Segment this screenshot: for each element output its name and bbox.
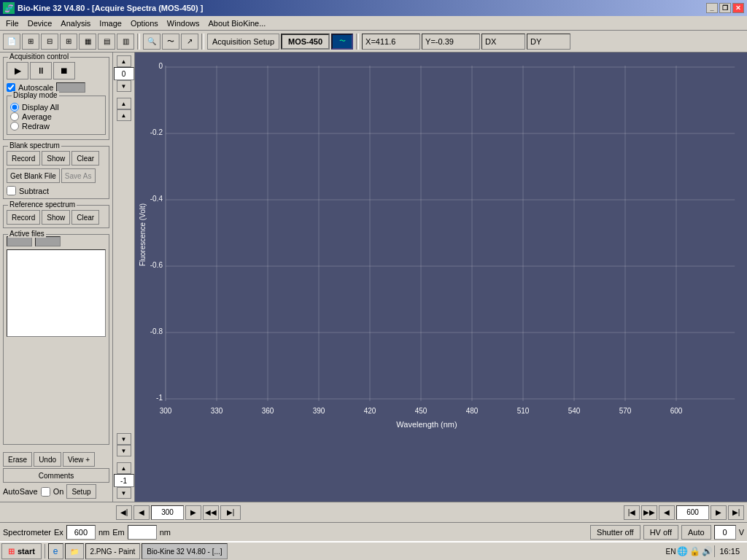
comments-button[interactable]: Comments bbox=[3, 468, 109, 483]
toolbar-zoom[interactable]: 🔍 bbox=[143, 34, 160, 50]
y-top-value[interactable]: 0 bbox=[114, 67, 134, 80]
svg-text:450: 450 bbox=[415, 407, 427, 415]
pause-button[interactable]: ⏸ bbox=[30, 62, 52, 79]
hv-off-button[interactable]: HV off bbox=[643, 525, 678, 540]
svg-text:480: 480 bbox=[466, 407, 479, 415]
blank-record-button[interactable]: Record bbox=[7, 151, 40, 166]
close-btn[interactable]: ✕ bbox=[732, 3, 744, 13]
menu-analysis[interactable]: Analysis bbox=[56, 18, 95, 29]
menu-windows[interactable]: Windows bbox=[163, 18, 204, 29]
play-button[interactable]: ▶ bbox=[7, 62, 28, 79]
taskbar-icon-ie[interactable]: e bbox=[48, 543, 63, 559]
toolbar-wave[interactable]: 〜 bbox=[162, 34, 179, 50]
menu-file[interactable]: File bbox=[1, 18, 23, 29]
nav-fast-left[interactable]: ◀◀ bbox=[203, 505, 219, 520]
taskbar-icon-folder[interactable]: 📁 bbox=[65, 543, 84, 559]
toolbar-btn3[interactable]: ⊞ bbox=[60, 34, 77, 50]
y-up-lower[interactable]: ▲ bbox=[117, 462, 131, 474]
svg-text:Fluorescence (Volt): Fluorescence (Volt) bbox=[139, 203, 147, 266]
display-all-radio[interactable] bbox=[10, 103, 19, 112]
ref-record-button[interactable]: Record bbox=[7, 210, 40, 225]
toolbar-btn5[interactable]: ▤ bbox=[98, 34, 115, 50]
y-up-top[interactable]: ▲ bbox=[117, 55, 131, 67]
toolbar-arrow[interactable]: ↗ bbox=[181, 34, 198, 50]
nav-end-right2[interactable]: ▶| bbox=[728, 505, 744, 520]
average-label: Average bbox=[22, 112, 52, 121]
acq-control-title: Acquisition control bbox=[8, 52, 70, 61]
start-button[interactable]: ⊞ start bbox=[1, 543, 42, 559]
average-radio[interactable] bbox=[10, 112, 19, 121]
nav-left-end[interactable]: ◀| bbox=[116, 505, 132, 520]
y-down-bottom2[interactable]: ▼ bbox=[117, 445, 131, 456]
files-bar1 bbox=[7, 236, 32, 246]
toolbar-sep3 bbox=[356, 34, 359, 50]
mos-button[interactable]: MOS-450 bbox=[281, 34, 330, 50]
nav-end-left2[interactable]: ◀ bbox=[659, 505, 675, 520]
minimize-btn[interactable]: _ bbox=[706, 3, 718, 13]
y-up-mid2[interactable]: ▲ bbox=[117, 109, 131, 121]
setup-button[interactable]: Setup bbox=[66, 484, 96, 499]
svg-rect-0 bbox=[135, 52, 747, 502]
nav-end-left[interactable]: |◀ bbox=[624, 505, 640, 520]
y-down-bottom[interactable]: ▼ bbox=[117, 433, 131, 445]
toolbar-btn6[interactable]: ▥ bbox=[117, 34, 134, 50]
menu-about[interactable]: About BioKine... bbox=[204, 18, 270, 29]
erase-button[interactable]: Erase bbox=[3, 452, 32, 467]
display-all-row: Display All bbox=[10, 103, 102, 112]
view-plus-button[interactable]: View + bbox=[63, 452, 95, 467]
acq-setup-button[interactable]: Acquisition Setup bbox=[207, 34, 279, 50]
y-bottom-value[interactable]: -1 bbox=[114, 474, 134, 487]
v-value-input[interactable] bbox=[714, 525, 736, 540]
em-value-input[interactable] bbox=[128, 525, 157, 540]
auto-button[interactable]: Auto bbox=[681, 525, 711, 540]
blank-clear-button[interactable]: Clear bbox=[71, 151, 99, 166]
toolbar-new[interactable]: 📄 bbox=[3, 34, 20, 50]
nav-right-fast[interactable]: ▶▶ bbox=[641, 505, 657, 520]
nav-extra[interactable]: ▶| bbox=[220, 505, 241, 520]
get-blank-file-button[interactable]: Get Blank File bbox=[7, 168, 60, 183]
toolbar-btn4[interactable]: ▦ bbox=[79, 34, 96, 50]
undo-button[interactable]: Undo bbox=[34, 452, 61, 467]
y-down-top[interactable]: ▼ bbox=[117, 80, 131, 92]
v-label: V bbox=[739, 528, 744, 537]
menu-options[interactable]: Options bbox=[126, 18, 163, 29]
taskbar-sep bbox=[44, 544, 45, 559]
average-row: Average bbox=[10, 112, 102, 121]
chart-svg: 0 -0.2 -0.4 -0.6 -0.8 -1 Fluorescence (V… bbox=[135, 52, 747, 502]
toolbar: 📄 ⊞ ⊟ ⊞ ▦ ▤ ▥ 🔍 〜 ↗ Acquisition Setup MO… bbox=[0, 31, 747, 52]
redraw-label: Redraw bbox=[22, 122, 50, 131]
blank-spectrum-title: Blank spectrum bbox=[8, 141, 61, 149]
app-icon: 🧬 bbox=[3, 2, 15, 14]
svg-text:0: 0 bbox=[158, 62, 163, 70]
shutter-off-button[interactable]: Shutter off bbox=[590, 525, 640, 540]
y-coord: Y=-0.39 bbox=[422, 34, 480, 50]
nav-right[interactable]: ▶ bbox=[185, 505, 201, 520]
ex-value-input[interactable] bbox=[66, 525, 96, 540]
nav-left[interactable]: ◀ bbox=[133, 505, 150, 520]
toolbar-btn1[interactable]: ⊞ bbox=[22, 34, 39, 50]
redraw-radio[interactable] bbox=[10, 122, 19, 131]
wave-display[interactable]: 〜 bbox=[331, 34, 353, 50]
subtract-checkbox[interactable] bbox=[7, 186, 16, 195]
ref-show-button[interactable]: Show bbox=[42, 210, 70, 225]
taskbar-paint-item[interactable]: 2.PNG - Paint bbox=[85, 543, 141, 559]
svg-text:390: 390 bbox=[313, 407, 325, 415]
toolbar-btn2[interactable]: ⊟ bbox=[41, 34, 58, 50]
stop-button[interactable]: ⏹ bbox=[53, 62, 75, 79]
y-down-lower[interactable]: ▼ bbox=[117, 487, 131, 499]
autosave-checkbox[interactable] bbox=[41, 487, 50, 497]
menu-image[interactable]: Image bbox=[95, 18, 126, 29]
active-files-title: Active files bbox=[8, 230, 46, 238]
svg-text:-0.2: -0.2 bbox=[150, 128, 163, 136]
restore-btn[interactable]: ❐ bbox=[719, 3, 731, 13]
menu-device[interactable]: Device bbox=[23, 18, 57, 29]
save-as-button[interactable]: Save As bbox=[61, 168, 96, 183]
main-content: Acquisition control ▶ ⏸ ⏹ Autoscale Disp… bbox=[0, 52, 747, 502]
start-nav: ◀| ◀ 300 ▶ ◀◀ ▶| bbox=[116, 505, 241, 520]
blank-show-button[interactable]: Show bbox=[42, 151, 70, 166]
nav-end-right[interactable]: ▶ bbox=[711, 505, 727, 520]
left-panel: Acquisition control ▶ ⏸ ⏹ Autoscale Disp… bbox=[0, 52, 113, 502]
y-up-mid[interactable]: ▲ bbox=[117, 98, 131, 109]
taskbar-biokine-item[interactable]: Bio-Kine 32 V4.80 - [...] bbox=[142, 543, 227, 559]
ref-clear-button[interactable]: Clear bbox=[71, 210, 99, 225]
